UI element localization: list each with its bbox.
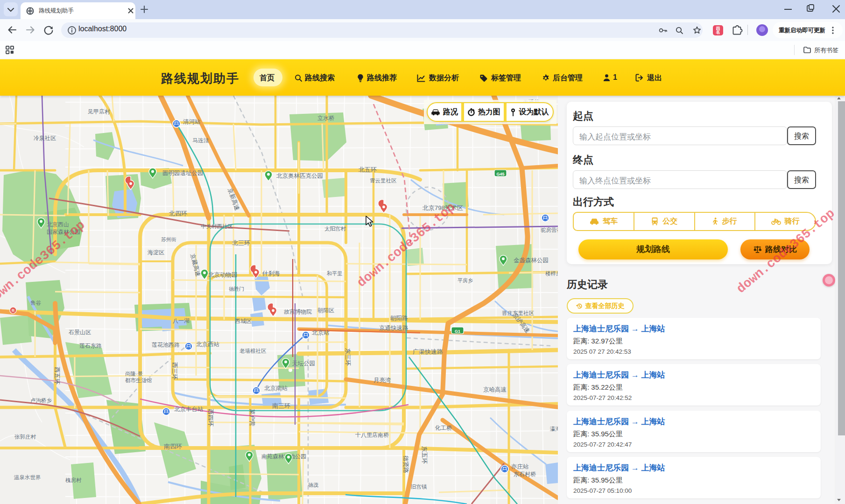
svg-text:南四环: 南四环 [164, 443, 182, 450]
svg-text:海淀区: 海淀区 [148, 249, 164, 256]
svg-text:化工桥: 化工桥 [435, 425, 452, 431]
svg-text:和平里: 和平里 [327, 271, 342, 276]
svg-text:天坛公园: 天坛公园 [292, 360, 315, 367]
svg-text:都市生活馆: 都市生活馆 [125, 378, 152, 383]
svg-text:清河站: 清河站 [183, 119, 201, 125]
svg-text:G45: G45 [496, 172, 504, 176]
svg-text:北京西站: 北京西站 [196, 341, 220, 348]
svg-text:故宫博物院: 故宫博物院 [284, 308, 312, 315]
svg-text:见甲店村: 见甲店村 [88, 108, 110, 115]
svg-text:月亮湾: 月亮湾 [373, 377, 391, 384]
svg-text:东五环: 东五环 [421, 446, 428, 464]
svg-text:北四环: 北四环 [169, 210, 187, 217]
svg-text:驼房营社区: 驼房营社区 [541, 227, 558, 233]
svg-text:霄云里社区: 霄云里社区 [370, 178, 397, 183]
svg-text:北京西山: 北京西山 [47, 221, 69, 228]
svg-text:十八里店南桥: 十八里店南桥 [355, 432, 389, 438]
svg-text:张郭庄村: 张郭庄村 [14, 434, 36, 440]
svg-text:鲁谷: 鲁谷 [30, 300, 42, 306]
svg-text:西四环: 西四环 [207, 409, 214, 427]
svg-text:老墙根社区: 老墙根社区 [239, 348, 267, 354]
svg-text:北京动物园: 北京动物园 [208, 272, 238, 278]
svg-text:北京站: 北京站 [312, 329, 330, 336]
svg-text:八一湖: 八一湖 [173, 317, 190, 324]
svg-text:北京南站: 北京南站 [264, 385, 288, 392]
svg-text:京哈高速: 京哈高速 [483, 386, 507, 393]
svg-text:朝阳区: 朝阳区 [317, 307, 334, 314]
svg-text:朝阳路: 朝阳路 [390, 315, 408, 322]
svg-text:东石村桥: 东石村桥 [514, 471, 536, 477]
svg-text:卢沟桥乡: 卢沟桥乡 [30, 398, 52, 403]
svg-text:平房乡: 平房乡 [458, 278, 473, 283]
svg-text:太阳宫村: 太阳宫村 [324, 226, 346, 231]
svg-text:瀛海镇: 瀛海镇 [550, 426, 558, 432]
svg-text:西三环: 西三环 [171, 362, 178, 380]
svg-text:东三环: 东三环 [345, 348, 351, 366]
svg-text:西五环: 西五环 [54, 367, 60, 385]
svg-text:南三环: 南三环 [272, 402, 290, 409]
svg-text:北五环: 北五环 [359, 166, 377, 173]
svg-text:奥: 奥 [11, 308, 15, 313]
svg-text:什刹海: 什刹海 [262, 270, 280, 277]
svg-text:立水桥: 立水桥 [317, 115, 334, 121]
svg-text:德茂: 德茂 [308, 482, 318, 488]
svg-text:楼梓庄村: 楼梓庄村 [545, 271, 558, 276]
svg-text:北三环: 北三环 [232, 239, 250, 246]
svg-text:德贤路: 德贤路 [402, 455, 409, 473]
svg-text:北京丰台站: 北京丰台站 [174, 406, 204, 413]
svg-text:北京奥林匹克公园: 北京奥林匹克公园 [276, 173, 323, 179]
svg-text:莲石东路: 莲石东路 [79, 343, 102, 349]
svg-text:槐房村: 槐房村 [65, 477, 82, 483]
svg-text:莲花池西路: 莲花池西路 [152, 342, 180, 348]
svg-text:冷泉社区: 冷泉社区 [34, 135, 56, 141]
svg-text:广渠快速路: 广渠快速路 [413, 348, 443, 355]
svg-text:马连洼: 马连洼 [192, 137, 209, 144]
svg-text:金盏森林公园: 金盏森林公园 [514, 257, 549, 264]
svg-text:菜户营: 菜户营 [249, 409, 255, 427]
svg-text:石景山区: 石景山区 [68, 329, 91, 336]
svg-text:西城区: 西城区 [235, 318, 252, 324]
svg-text:京通快速路: 京通快速路 [379, 325, 408, 331]
svg-text:G1: G1 [455, 329, 460, 334]
svg-text:南苑森林湿地公园: 南苑森林湿地公园 [261, 453, 306, 460]
svg-text:尚隆·景: 尚隆·景 [125, 371, 143, 377]
svg-text:中关村西社区: 中关村西社区 [201, 224, 233, 229]
svg-text:圆明园遗址公园: 圆明园遗址公园 [162, 170, 204, 176]
svg-text:温泉水世界: 温泉水世界 [14, 475, 41, 480]
svg-text:亦庄站: 亦庄站 [511, 463, 529, 470]
svg-text:旧宫镇: 旧宫镇 [411, 484, 427, 490]
svg-text:德胜门: 德胜门 [229, 286, 244, 292]
svg-text:苏州街: 苏州街 [161, 237, 176, 242]
